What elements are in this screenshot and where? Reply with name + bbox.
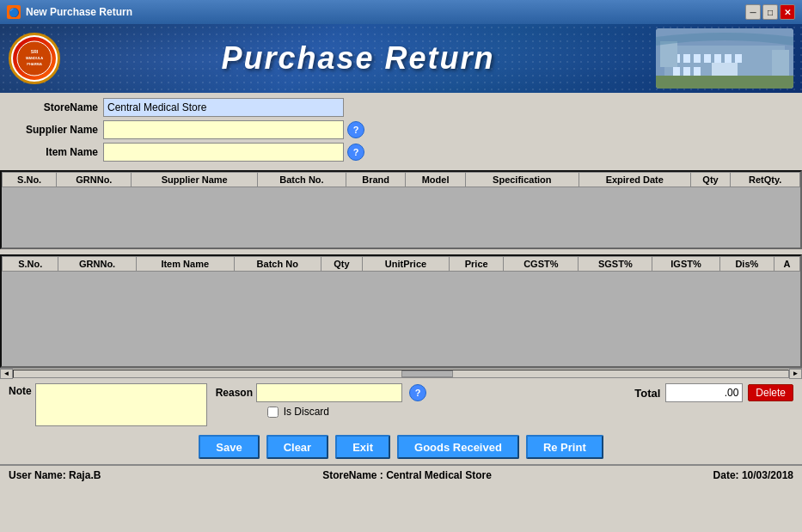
exit-button[interactable]: Exit	[335, 435, 390, 459]
total-value: .00	[665, 383, 743, 402]
svg-rect-19	[656, 76, 793, 89]
item-name-label: Item Name	[9, 146, 103, 158]
status-date: Date: 10/03/2018	[713, 469, 793, 481]
item-name-input[interactable]	[103, 143, 344, 162]
table2-col-qty: Qty	[321, 257, 362, 272]
svg-rect-15	[694, 67, 701, 76]
banner-image	[656, 28, 793, 89]
svg-rect-18	[772, 50, 789, 76]
table2-container: S.No.GRNNo.Item NameBatch NoQtyUnitPrice…	[0, 254, 802, 368]
table1-col-specification: Specification	[465, 173, 579, 187]
svg-rect-10	[714, 54, 721, 63]
supplier-name-row: Supplier Name ?	[9, 120, 793, 139]
status-username: User Name: Raja.B	[9, 469, 101, 481]
table2-col-batchno: Batch No	[234, 257, 321, 272]
status-storename: StoreName : Central Medical Store	[322, 469, 492, 481]
header-banner: SRI MANDULA PHARMA Purchase Return	[0, 24, 802, 93]
save-button[interactable]: Save	[199, 435, 259, 459]
table2: S.No.GRNNo.Item NameBatch NoQtyUnitPrice…	[2, 256, 800, 272]
svg-rect-8	[694, 54, 701, 63]
store-name-input[interactable]	[103, 98, 344, 117]
table2-col-a: A	[774, 257, 800, 272]
supplier-name-input[interactable]	[103, 120, 344, 139]
note-area: Note	[9, 383, 207, 426]
table1-col-qty: Qty	[690, 173, 731, 187]
table1-col-brand: Brand	[346, 173, 405, 187]
title-bar-controls: ─ □ ✕	[745, 4, 795, 20]
supplier-help-button[interactable]: ?	[347, 121, 364, 138]
svg-rect-13	[673, 67, 680, 76]
item-help-button[interactable]: ?	[347, 144, 364, 161]
table1: S.No.GRNNo.Supplier NameBatch No.BrandMo…	[2, 172, 800, 187]
svg-rect-17	[660, 41, 677, 67]
app-icon: 🔵	[7, 5, 21, 19]
svg-rect-14	[683, 67, 690, 76]
table2-col-igst: IGST%	[652, 257, 719, 272]
store-name-label: StoreName	[9, 101, 103, 113]
reason-label: Reason	[216, 387, 253, 399]
table1-col-model: Model	[406, 173, 465, 187]
banner-title: Purchase Return	[60, 40, 656, 76]
svg-rect-11	[725, 54, 732, 63]
svg-text:SRI: SRI	[31, 49, 39, 54]
scroll-left-arrow[interactable]: ◄	[0, 369, 13, 379]
form-section: StoreName Supplier Name ? Item Name ?	[0, 93, 802, 170]
table1-col-expireddate: Expired Date	[579, 173, 690, 187]
store-name-row: StoreName	[9, 98, 793, 117]
title-bar-text: New Purchase Return	[26, 6, 132, 18]
table2-col-sno: S.No.	[3, 257, 58, 272]
table2-body	[2, 272, 800, 366]
reason-area: Reason ? Is Discard	[216, 383, 426, 418]
svg-rect-12	[735, 54, 742, 63]
delete-button[interactable]: Delete	[748, 384, 793, 401]
table1-container: S.No.GRNNo.Supplier NameBatch No.BrandMo…	[0, 170, 802, 249]
is-discard-label: Is Discard	[284, 406, 329, 418]
reason-help-button[interactable]: ?	[409, 384, 426, 401]
table2-col-dis: Dis%	[719, 257, 774, 272]
table2-col-unitprice: UnitPrice	[362, 257, 449, 272]
is-discard-checkbox[interactable]	[267, 407, 279, 418]
clear-button[interactable]: Clear	[266, 435, 329, 459]
svg-rect-7	[683, 54, 690, 63]
table2-col-price: Price	[450, 257, 504, 272]
total-label: Total	[634, 387, 660, 400]
table1-body	[2, 187, 800, 248]
logo: SRI MANDULA PHARMA	[9, 33, 60, 84]
table1-col-retqty: RetQty.	[731, 173, 800, 187]
note-label: Note	[9, 385, 32, 397]
table1-col-suppliername: Supplier Name	[132, 173, 258, 187]
horizontal-scrollbar[interactable]: ◄ ►	[0, 368, 802, 378]
logo-inner: SRI MANDULA PHARMA	[13, 37, 56, 80]
table2-col-itemname: Item Name	[136, 257, 234, 272]
table2-col-grnno: GRNNo.	[58, 257, 136, 272]
reason-input[interactable]	[256, 383, 402, 402]
minimize-button[interactable]: ─	[745, 4, 761, 20]
svg-text:PHARMA: PHARMA	[27, 62, 42, 66]
svg-rect-9	[704, 54, 711, 63]
goods-received-button[interactable]: Goods Received	[397, 435, 519, 459]
title-bar: 🔵 New Purchase Return ─ □ ✕	[0, 0, 802, 24]
table1-col-sno: S.No.	[3, 173, 57, 187]
status-bar: User Name: Raja.B StoreName : Central Me…	[0, 464, 802, 485]
scroll-right-arrow[interactable]: ►	[789, 369, 802, 379]
re-print-button[interactable]: Re Print	[526, 435, 603, 459]
table1-col-batchno: Batch No.	[258, 173, 346, 187]
discard-row: Is Discard	[267, 406, 426, 418]
bottom-section: Note Reason ? Is Discard Total .00 Delet…	[0, 378, 802, 431]
table2-col-cgst: CGST%	[504, 257, 579, 272]
svg-text:MANDULA: MANDULA	[26, 56, 43, 60]
supplier-name-label: Supplier Name	[9, 124, 103, 136]
buttons-row: Save Clear Exit Goods Received Re Print	[0, 431, 802, 464]
close-button[interactable]: ✕	[780, 4, 795, 20]
table1-col-grnno: GRNNo.	[57, 173, 132, 187]
maximize-button[interactable]: □	[762, 4, 778, 20]
item-name-row: Item Name ?	[9, 143, 793, 162]
table2-col-sgst: SGST%	[579, 257, 652, 272]
note-textarea[interactable]	[35, 383, 207, 426]
bottom-right: Total .00 Delete	[634, 383, 793, 402]
